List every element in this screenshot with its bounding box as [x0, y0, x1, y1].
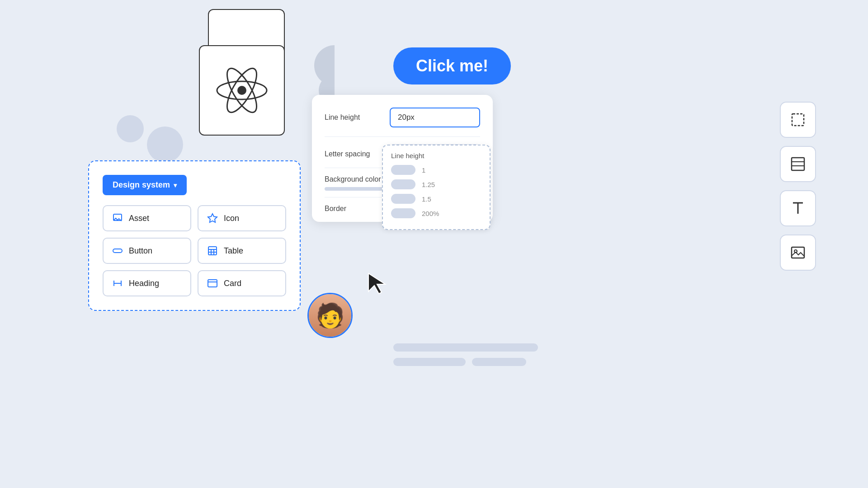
asset-icon [112, 212, 123, 224]
lh-pill-2 [391, 179, 415, 189]
button-label: Button [129, 246, 152, 256]
icon-item[interactable]: Icon [198, 205, 286, 231]
lh-val-3: 1.5 [422, 195, 431, 203]
chevron-down-icon: ▾ [174, 182, 177, 189]
line-height-row: Line height [325, 108, 480, 127]
icon-label: Icon [224, 214, 239, 223]
lh-val-2: 1.25 [422, 181, 435, 188]
deco-circle-medium [147, 127, 183, 163]
design-system-button[interactable]: Design system ▾ [103, 175, 187, 195]
selection-icon-box[interactable] [780, 102, 816, 138]
table-icon [207, 245, 218, 257]
svg-marker-19 [368, 273, 385, 294]
heading-icon [112, 277, 123, 289]
lh-pill-3 [391, 194, 415, 204]
selection-icon [789, 111, 807, 128]
bottom-bar-row [393, 358, 538, 366]
right-icon-panel [780, 102, 816, 271]
cursor-arrow-icon [366, 271, 391, 296]
table-layout-icon [789, 155, 807, 173]
deco-half-circle-top [314, 45, 355, 86]
svg-rect-21 [792, 158, 804, 170]
user-avatar: 🧑 [307, 293, 353, 338]
lh-option-1[interactable]: 1 [391, 165, 481, 175]
divider-1 [325, 136, 480, 137]
bg-color-label: Background color [325, 175, 381, 183]
svg-rect-17 [208, 280, 217, 287]
card-icon [207, 277, 218, 289]
table-item[interactable]: Table [198, 238, 286, 264]
bottom-decorative-bars [393, 343, 538, 366]
line-height-label: Line height [325, 113, 360, 122]
heading-label: Heading [129, 279, 159, 288]
design-system-panel: Design system ▾ Asset Icon [88, 160, 301, 311]
letter-spacing-label: Letter spacing [325, 150, 370, 158]
table-layout-icon-box[interactable] [780, 146, 816, 182]
bottom-bar-1 [393, 343, 538, 352]
table-label: Table [224, 246, 243, 256]
lh-option-4[interactable]: 200% [391, 208, 481, 218]
lh-dropdown-title: Line height [391, 152, 481, 160]
asset-item[interactable]: Asset [103, 205, 191, 231]
avatar-face: 🧑 [309, 294, 351, 337]
react-logo-svg [215, 63, 269, 117]
design-system-grid: Asset Icon Button [103, 205, 286, 296]
svg-rect-20 [792, 114, 804, 126]
image-icon-box[interactable] [780, 235, 816, 271]
text-icon-box[interactable] [780, 190, 816, 226]
svg-rect-6 [113, 249, 122, 253]
border-label: Border [325, 205, 346, 213]
deco-circle-small [117, 115, 144, 142]
svg-rect-7 [208, 247, 217, 255]
asset-label: Asset [129, 214, 149, 223]
icon-icon [207, 212, 218, 224]
lh-option-3[interactable]: 1.5 [391, 194, 481, 204]
lh-pill-1 [391, 165, 415, 175]
image-icon [789, 244, 807, 261]
bottom-bar-2 [393, 358, 466, 366]
react-logo-box [199, 45, 285, 136]
svg-rect-26 [792, 247, 804, 258]
svg-point-0 [237, 86, 246, 95]
design-system-label: Design system [113, 180, 170, 190]
card-label: Card [224, 279, 241, 288]
heading-item[interactable]: Heading [103, 270, 191, 296]
card-item[interactable]: Card [198, 270, 286, 296]
lh-val-1: 1 [422, 166, 425, 174]
lh-val-4: 200% [422, 210, 439, 217]
click-me-button[interactable]: Click me! [393, 47, 511, 84]
line-height-dropdown: Line height 1 1.25 1.5 200% [382, 145, 491, 230]
svg-marker-5 [208, 214, 217, 222]
button-item[interactable]: Button [103, 238, 191, 264]
button-icon [112, 245, 123, 257]
bottom-bar-3 [472, 358, 526, 366]
lh-option-2[interactable]: 1.25 [391, 179, 481, 189]
lh-pill-4 [391, 208, 415, 218]
text-icon [789, 200, 807, 217]
line-height-input[interactable] [390, 108, 480, 127]
